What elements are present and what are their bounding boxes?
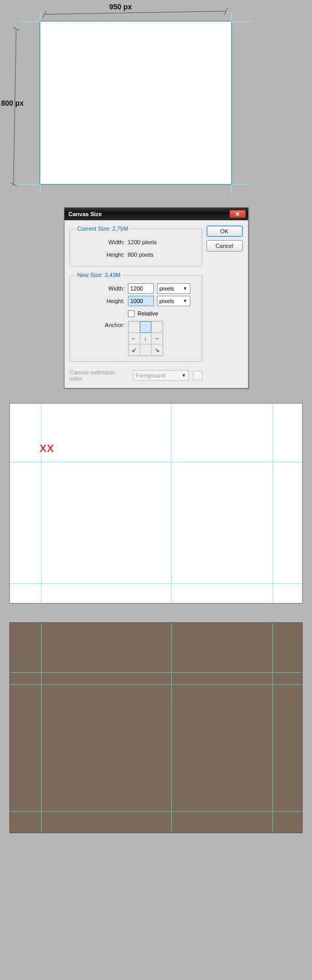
new-height-label: Height:	[75, 298, 125, 304]
extension-color-label: Canvas extension color:	[70, 369, 129, 382]
logo-text-post: DESIGN	[55, 443, 98, 454]
arrow-right-icon: →	[154, 335, 160, 342]
dimension-label-height: 800 px	[1, 99, 24, 107]
arrow-down-left-icon: ↙	[132, 346, 137, 354]
anchor-cell-tc[interactable]	[140, 321, 151, 333]
anchor-cell-tr[interactable]	[151, 321, 163, 333]
current-width-value: 1200 pixels	[128, 239, 157, 245]
current-height-value: 800 pixels	[128, 252, 154, 258]
width-unit-value: pixels	[160, 285, 174, 292]
height-unit-value: pixels	[160, 298, 174, 304]
dimensioned-canvas-figure: 950 px 800 px	[0, 0, 312, 203]
current-width-label: Width:	[75, 239, 125, 245]
guide-horizontal	[10, 583, 302, 584]
guide-horizontal	[10, 811, 302, 812]
new-width-label: Width:	[75, 285, 125, 292]
guide-vertical	[272, 404, 273, 603]
anchor-cell-mc[interactable]: ↓	[140, 333, 151, 344]
guide-vertical	[231, 11, 231, 195]
canvas-size-dialog: Canvas Size ✕ Current Size: 2,75M Width:…	[64, 207, 249, 388]
close-icon: ✕	[235, 211, 240, 218]
guide-horizontal	[10, 672, 302, 673]
logo-text-xx: XX	[40, 443, 55, 454]
dialog-title: Canvas Size	[69, 211, 102, 217]
anchor-cell-bl[interactable]: ↙	[128, 344, 140, 356]
chevron-down-icon: ▼	[183, 286, 188, 291]
relative-checkbox[interactable]	[128, 310, 135, 317]
arrow-left-icon: ←	[131, 335, 137, 342]
anchor-cell-mr[interactable]: →	[151, 333, 163, 344]
anchor-cell-bc[interactable]	[140, 344, 151, 356]
extension-color-row: Canvas extension color: Foreground ▼	[70, 367, 202, 382]
new-width-input[interactable]	[128, 283, 154, 294]
width-unit-select[interactable]: pixels ▼	[157, 283, 190, 294]
anchor-label: Anchor:	[75, 321, 125, 328]
dialog-titlebar[interactable]: Canvas Size ✕	[64, 208, 248, 220]
guide-vertical	[171, 623, 172, 833]
arrow-down-right-icon: ↘	[154, 346, 160, 354]
arrow-down-icon: ↓	[144, 335, 147, 342]
current-size-group: Current Size: 2,75M Width: 1200 pixels H…	[70, 225, 202, 267]
guide-horizontal	[10, 684, 302, 685]
logo-text-pre: BETA	[10, 443, 40, 454]
extension-color-select[interactable]: Foreground ▼	[133, 370, 189, 381]
cancel-button[interactable]: Cancel	[206, 240, 243, 252]
dimension-line-top	[44, 11, 226, 15]
anchor-cell-tl[interactable]	[128, 321, 140, 333]
guide-horizontal	[19, 184, 252, 184]
canvas-preview-2: BETAXXDESIGN	[9, 403, 303, 604]
current-size-legend: Current Size: 2,75M	[75, 225, 131, 232]
anchor-grid: ← ↓ → ↙ ↘	[128, 321, 163, 356]
height-unit-select[interactable]: pixels ▼	[157, 296, 190, 306]
guide-vertical	[40, 11, 41, 195]
new-height-input[interactable]	[128, 296, 154, 306]
guide-horizontal	[10, 462, 302, 462]
canvas-preview-3	[9, 622, 303, 833]
extension-color-swatch[interactable]	[193, 371, 202, 380]
relative-label: Relative	[138, 310, 159, 317]
chevron-down-icon: ▼	[181, 373, 186, 378]
close-button[interactable]: ✕	[229, 210, 246, 218]
guide-vertical	[272, 623, 273, 833]
guide-vertical	[41, 404, 42, 603]
extension-color-value: Foreground	[136, 372, 165, 379]
ok-button[interactable]: OK	[206, 225, 243, 237]
canvas-preview-1	[40, 21, 232, 185]
guide-vertical	[171, 404, 172, 603]
current-height-label: Height:	[75, 252, 125, 258]
new-size-legend: New Size: 3,43M	[75, 272, 123, 278]
chevron-down-icon: ▼	[183, 298, 188, 304]
guide-vertical	[41, 623, 42, 833]
anchor-cell-br[interactable]: ↘	[151, 344, 163, 356]
logo-placeholder-text: BETAXXDESIGN	[10, 443, 97, 455]
anchor-cell-ml[interactable]: ←	[128, 333, 140, 344]
guide-horizontal	[19, 21, 252, 22]
dimension-label-width: 950 px	[109, 3, 132, 11]
new-size-group: New Size: 3,43M Width: pixels ▼ Height:	[70, 272, 202, 362]
